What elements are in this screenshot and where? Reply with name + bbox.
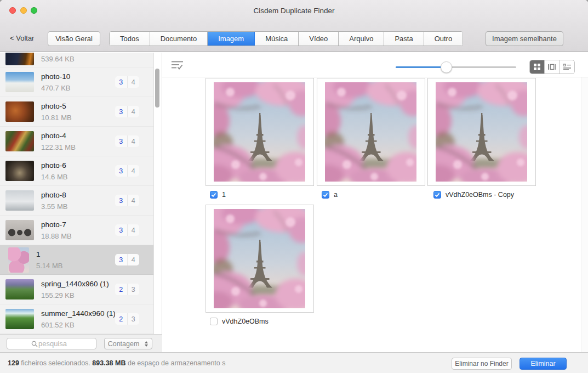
file-name: photo-10 bbox=[41, 72, 115, 81]
duplicate-count-badge: 34 bbox=[115, 135, 139, 147]
sort-selected-label: Contagem bbox=[105, 340, 142, 348]
window-header: Cisdem Duplicate Finder < Voltar Visão G… bbox=[0, 0, 588, 52]
file-size: 122.31 MB bbox=[41, 143, 115, 152]
tab-arquivo[interactable]: Arquivo bbox=[339, 32, 384, 46]
app-window: Cisdem Duplicate Finder < Voltar Visão G… bbox=[0, 0, 588, 373]
tab-todos[interactable]: Todos bbox=[110, 32, 150, 46]
card-check-row: 1 bbox=[210, 191, 226, 199]
file-checkbox[interactable] bbox=[210, 191, 218, 199]
file-size: 155.29 KB bbox=[41, 291, 115, 300]
sidebar-item-spring_1440x960-(1)[interactable]: spring_1440x960 (1)155.29 KB23 bbox=[0, 275, 153, 304]
file-type-tabs: TodosDocumentoImagemMúsicaVídeoArquivoPa… bbox=[109, 31, 463, 46]
back-button[interactable]: < Voltar bbox=[10, 34, 34, 42]
file-checkbox[interactable] bbox=[322, 191, 329, 199]
duplicate-count-badge: 34 bbox=[115, 195, 139, 206]
sidebar-item[interactable]: 539.64 KB bbox=[0, 53, 153, 67]
file-label: vVdhZ0eOBms - Copy bbox=[446, 191, 514, 199]
file-size: 18.88 MB bbox=[41, 231, 115, 241]
sidebar-item-photo-10[interactable]: photo-10470.7 KB34 bbox=[0, 67, 153, 97]
file-thumbnail bbox=[5, 101, 34, 122]
search-text-field[interactable] bbox=[17, 338, 88, 349]
main-scrollbar-track[interactable] bbox=[581, 77, 588, 352]
detail-list-view-button[interactable] bbox=[560, 60, 574, 74]
select-list-icon[interactable] bbox=[172, 60, 183, 70]
duplicate-count-badge: 34 bbox=[115, 165, 139, 177]
check-icon bbox=[434, 191, 441, 198]
tab-imagem[interactable]: Imagem bbox=[208, 32, 255, 46]
sidebar-item-photo-5[interactable]: photo-510.81 MB34 bbox=[0, 97, 153, 127]
duplicate-image-card[interactable] bbox=[317, 78, 425, 186]
tab-música[interactable]: Música bbox=[255, 32, 299, 46]
sidebar-item-summer_1440x960-(1)[interactable]: summer_1440x960 (1)601.52 KB23 bbox=[0, 304, 153, 334]
grid-view-button[interactable] bbox=[530, 60, 545, 74]
file-name: photo-4 bbox=[41, 131, 115, 140]
duplicate-count-badge: 34 bbox=[115, 76, 139, 88]
detail-list-view-icon bbox=[563, 64, 571, 70]
file-thumbnail bbox=[5, 53, 34, 65]
delete-in-finder-button[interactable]: Eliminar no Finder bbox=[452, 358, 512, 370]
thumbnail-size-slider[interactable] bbox=[396, 66, 516, 68]
file-thumbnail bbox=[5, 190, 34, 211]
file-size: 14.6 MB bbox=[41, 172, 115, 182]
file-size: 10.81 MB bbox=[41, 113, 115, 122]
tab-outro[interactable]: Outro bbox=[424, 32, 463, 46]
blossom-eiffel-photo bbox=[214, 209, 305, 308]
file-thumbnail bbox=[5, 279, 34, 299]
file-name: 1 bbox=[36, 250, 115, 259]
overview-button[interactable]: Visão Geral bbox=[48, 31, 100, 46]
duplicate-count-badge: 34 bbox=[115, 254, 139, 265]
file-name: photo-6 bbox=[41, 161, 115, 170]
duplicate-group-list: 539.64 KBphoto-10470.7 KB34photo-510.81 … bbox=[0, 53, 154, 334]
duplicate-count-badge: 34 bbox=[115, 224, 139, 236]
file-thumbnail bbox=[5, 161, 34, 181]
delete-button[interactable]: Eliminar bbox=[520, 358, 567, 370]
card-check-row: vVdhZ0eOBms bbox=[210, 318, 269, 325]
view-mode-segmented-control bbox=[529, 60, 575, 74]
coverflow-view-button[interactable] bbox=[545, 60, 560, 74]
grid-view-icon bbox=[534, 64, 540, 70]
duplicate-image-card[interactable] bbox=[205, 205, 314, 313]
sidebar: 539.64 KBphoto-10470.7 KB34photo-510.81 … bbox=[0, 53, 162, 352]
selected-count: 129 bbox=[8, 359, 19, 367]
check-icon bbox=[210, 191, 217, 198]
sidebar-scrollbar-thumb[interactable] bbox=[155, 69, 159, 108]
duplicate-image-card[interactable] bbox=[427, 78, 536, 186]
sidebar-item-photo-4[interactable]: photo-4122.31 MB34 bbox=[0, 127, 153, 156]
selection-summary: 129 ficheiros selecionados. 893.38 MB de… bbox=[8, 359, 226, 367]
file-label: a bbox=[334, 191, 338, 199]
sidebar-item-photo-8[interactable]: photo-83.55 MB34 bbox=[0, 186, 153, 216]
file-name: spring_1440x960 (1) bbox=[41, 279, 115, 289]
sort-dropdown[interactable]: Contagem bbox=[104, 338, 152, 349]
sidebar-item-1[interactable]: 15.14 MB34 bbox=[0, 245, 153, 275]
file-size: 539.64 KB bbox=[41, 54, 153, 64]
file-size: 5.14 MB bbox=[36, 261, 115, 270]
card-check-row: vVdhZ0eOBms - Copy bbox=[433, 191, 514, 199]
file-label: vVdhZ0eOBms bbox=[222, 318, 269, 325]
file-checkbox[interactable] bbox=[433, 191, 441, 199]
sidebar-item-photo-7[interactable]: photo-718.88 MB34 bbox=[0, 216, 153, 245]
status-bar: 129 ficheiros selecionados. 893.38 MB de… bbox=[0, 352, 588, 373]
file-checkbox[interactable] bbox=[210, 318, 218, 325]
main-panel: 1avVdhZ0eOBms - CopyvVdhZ0eOBms bbox=[162, 53, 588, 352]
search-input[interactable] bbox=[7, 338, 96, 349]
window-title: Cisdem Duplicate Finder bbox=[0, 7, 588, 15]
duplicate-count-badge: 23 bbox=[115, 284, 139, 295]
blossom-eiffel-photo bbox=[436, 82, 527, 182]
tab-pasta[interactable]: Pasta bbox=[384, 32, 424, 46]
file-name: photo-5 bbox=[41, 101, 115, 111]
file-size: 470.7 KB bbox=[41, 83, 115, 93]
divider bbox=[162, 77, 588, 77]
slider-thumb[interactable] bbox=[441, 61, 452, 73]
coverflow-view-icon bbox=[548, 64, 556, 70]
blossom-eiffel-photo bbox=[325, 82, 416, 182]
tab-documento[interactable]: Documento bbox=[150, 32, 208, 46]
check-icon bbox=[322, 191, 329, 198]
tab-vídeo[interactable]: Vídeo bbox=[299, 32, 339, 46]
similar-image-button[interactable]: Imagem semelhante bbox=[486, 31, 563, 46]
file-label: 1 bbox=[222, 191, 226, 199]
duplicate-image-card[interactable] bbox=[205, 78, 314, 186]
duplicate-count-badge: 23 bbox=[115, 313, 139, 325]
sidebar-controls: Contagem bbox=[0, 334, 162, 352]
file-name: photo-7 bbox=[41, 220, 115, 229]
sidebar-item-photo-6[interactable]: photo-614.6 MB34 bbox=[0, 156, 153, 186]
